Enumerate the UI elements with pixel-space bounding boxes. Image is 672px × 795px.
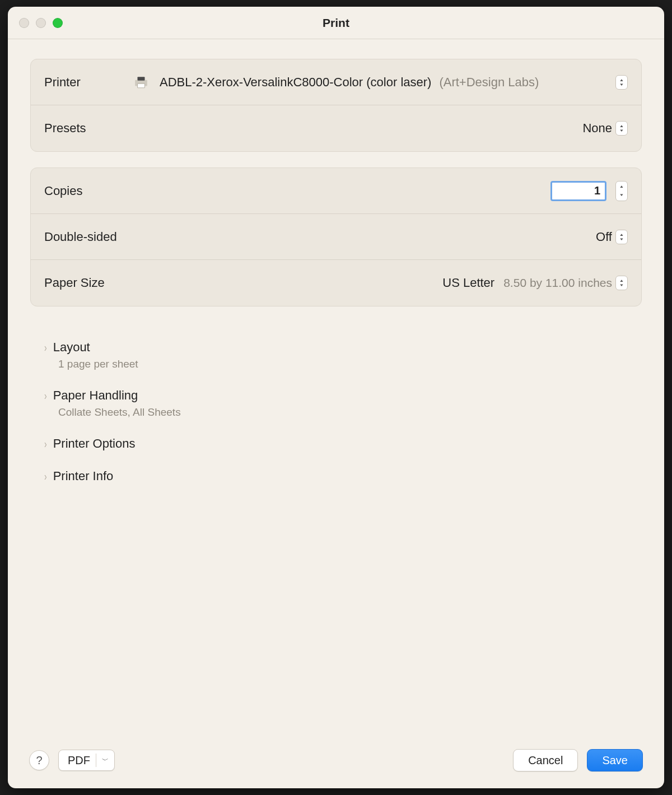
layout-disclosure[interactable]: › Layout 1 page per sheet [36,331,636,379]
printer-presets-panel: Printer ADBL-2-Xerox-VersalinkC8000-Colo… [30,59,642,152]
layout-title: Layout [53,340,90,355]
paper-size-value-wrap: US Letter 8.50 by 11.00 inches [105,276,612,290]
copies-input[interactable] [550,181,606,201]
chevron-right-icon: › [44,470,47,483]
printer-location: (Art+Design Labs) [439,75,539,90]
presets-label: Presets [44,121,134,136]
print-dialog: Print Printer ADBL-2-Xerox-VersalinkC800… [8,7,664,788]
double-sided-value: Off [596,230,612,244]
double-sided-label: Double-sided [44,230,117,244]
printer-name: ADBL-2-Xerox-VersalinkC8000-Color (color… [160,75,431,90]
chevron-down-icon: ﹀ [102,756,109,765]
double-sided-popup-arrows-icon[interactable] [615,230,628,244]
save-button[interactable]: Save [587,749,643,771]
svg-rect-2 [138,83,145,88]
help-button[interactable]: ? [29,750,49,770]
presets-row[interactable]: Presets None [31,105,641,151]
window-title: Print [323,16,349,30]
paper-size-popup-arrows-icon[interactable] [615,276,628,290]
paper-size-label: Paper Size [44,276,105,290]
printer-value: ADBL-2-Xerox-VersalinkC8000-Color (color… [134,75,612,90]
cancel-button[interactable]: Cancel [513,749,578,771]
double-sided-value-wrap: Off [117,230,612,244]
copies-stepper[interactable] [615,181,628,201]
printer-info-title: Printer Info [53,469,114,483]
footer: ? PDF ﹀ Cancel Save [8,738,664,788]
printer-row[interactable]: Printer ADBL-2-Xerox-VersalinkC8000-Colo… [31,59,641,105]
printer-options-title: Printer Options [53,436,136,451]
separator [96,754,96,767]
printer-info-disclosure[interactable]: › Printer Info [36,460,636,492]
settings-panel: Copies Double-sided Off Paper Size US Le… [30,168,642,306]
printer-options-disclosure[interactable]: › Printer Options [36,427,636,460]
paper-handling-subtitle: Collate Sheets, All Sheets [58,406,628,419]
presets-value-wrap: None [134,121,612,136]
printer-icon [134,76,148,89]
traffic-lights [19,18,63,28]
window-close-button[interactable] [19,18,29,28]
pdf-menu-button[interactable]: PDF ﹀ [58,750,115,771]
svg-rect-1 [138,77,145,81]
double-sided-row[interactable]: Double-sided Off [31,214,641,260]
paper-size-value: US Letter [442,276,494,290]
window-zoom-button[interactable] [53,18,63,28]
chevron-right-icon: › [44,389,47,402]
paper-handling-disclosure[interactable]: › Paper Handling Collate Sheets, All She… [36,379,636,427]
chevron-right-icon: › [44,341,47,354]
paper-size-detail: 8.50 by 11.00 inches [503,276,612,290]
copies-label: Copies [44,184,134,198]
printer-label: Printer [44,75,134,90]
copies-row: Copies [31,168,641,214]
help-icon: ? [36,754,42,767]
content-area: Printer ADBL-2-Xerox-VersalinkC8000-Colo… [8,39,664,738]
window-minimize-button[interactable] [36,18,46,28]
title-bar: Print [8,7,664,39]
paper-handling-title: Paper Handling [53,388,138,403]
paper-size-row[interactable]: Paper Size US Letter 8.50 by 11.00 inche… [31,260,641,306]
presets-popup-arrows-icon[interactable] [615,121,628,136]
copies-value-wrap [134,181,628,201]
chevron-right-icon: › [44,438,47,450]
printer-popup-arrows-icon[interactable] [615,75,628,90]
presets-value: None [582,121,612,136]
layout-subtitle: 1 page per sheet [58,358,628,370]
disclosures: › Layout 1 page per sheet › Paper Handli… [30,322,642,501]
pdf-label: PDF [68,754,90,767]
